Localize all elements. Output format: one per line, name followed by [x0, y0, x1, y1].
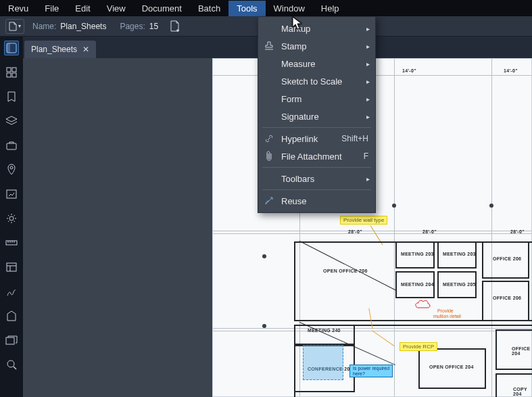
dim-label: 28'-0" [348, 229, 362, 234]
close-icon[interactable]: ✕ [82, 45, 89, 54]
menu-item-label: Form [281, 94, 301, 104]
dim-label: 14'-0" [504, 68, 518, 73]
chevron-right-icon: ▸ [366, 60, 370, 68]
svg-rect-13 [6, 337, 14, 344]
links-icon[interactable] [4, 187, 19, 202]
svg-rect-3 [12, 68, 16, 72]
room-label: MEETING 203 [401, 252, 434, 256]
svg-rect-4 [7, 73, 11, 77]
highlight-area[interactable] [303, 345, 343, 380]
svg-marker-12 [7, 311, 16, 321]
menu-revu[interactable]: Revu [0, 1, 37, 16]
forms-icon[interactable] [4, 308, 19, 323]
layers-icon[interactable] [4, 114, 19, 129]
callout-text: Is power required [353, 366, 389, 371]
places-icon[interactable] [4, 162, 19, 177]
panel-access-icon[interactable] [4, 41, 19, 55]
menu-item-label: Measure [281, 59, 316, 69]
menu-item-sketch[interactable]: Sketch to Scale▸ [258, 72, 375, 90]
room-label: MEETING 240 [308, 328, 341, 333]
doc-name-label: Name: [32, 22, 56, 31]
dim-label: 14'-0" [402, 68, 416, 73]
menu-batch[interactable]: Batch [190, 1, 228, 16]
svg-rect-10 [6, 241, 17, 245]
page-icon [9, 22, 17, 31]
menu-item-label: Sketch to Scale [281, 76, 342, 87]
menu-edit[interactable]: Edit [67, 1, 98, 16]
svg-point-9 [9, 216, 14, 220]
menu-item-measure[interactable]: Measure▸ [258, 55, 375, 72]
chevron-right-icon: ▸ [366, 95, 370, 103]
add-page-icon [170, 20, 180, 32]
dim-label: 28'-0" [510, 229, 525, 234]
callout-text: here? [353, 371, 365, 376]
chevron-right-icon: ▸ [366, 175, 370, 183]
menu-document[interactable]: Document [134, 1, 190, 16]
svg-point-7 [10, 166, 13, 169]
add-page-button[interactable] [168, 19, 183, 34]
svg-rect-11 [7, 263, 16, 271]
chevron-right-icon: ▸ [366, 78, 370, 85]
measurements-icon[interactable] [4, 235, 19, 250]
menu-item-label: Toolbars [281, 174, 314, 184]
menu-bar: Revu File Edit View Document Batch Tools… [0, 0, 532, 16]
menu-window[interactable]: Window [266, 1, 313, 16]
room-label: OFFICE 206 [493, 296, 521, 300]
bookmarks-icon[interactable] [4, 89, 19, 104]
svg-rect-5 [12, 73, 16, 77]
paperclip-icon [264, 151, 274, 162]
stamp-icon [264, 41, 274, 51]
cloud-markup[interactable] [414, 297, 433, 310]
tab-plan-sheets[interactable]: Plan_Sheets ✕ [24, 41, 96, 58]
chevron-right-icon: ▸ [366, 113, 370, 120]
menu-tools[interactable]: Tools [228, 1, 265, 16]
markups-list-icon[interactable] [4, 260, 19, 275]
callout-rcp[interactable]: Provide RCP [400, 342, 437, 351]
menu-item-label: Hyperlink [281, 134, 318, 144]
callout-power[interactable]: Is power required here? [349, 365, 393, 377]
properties-icon[interactable] [4, 211, 19, 226]
left-panel-icons [0, 37, 23, 397]
sets-icon[interactable] [4, 333, 19, 348]
menu-item-label: Reuse [281, 196, 307, 206]
thumbnails-icon[interactable] [4, 65, 19, 80]
callout-mullion[interactable]: mullion detail [431, 313, 464, 319]
link-icon [264, 133, 274, 144]
tools-dropdown: Markup▸ Stamp▸ Measure▸ Sketch to Scale▸… [258, 16, 376, 213]
svg-point-14 [7, 360, 14, 367]
svg-rect-1 [7, 43, 10, 53]
document-dropdown-button[interactable]: ▾ [5, 19, 24, 34]
menu-view[interactable]: View [99, 1, 134, 16]
signatures-panel-icon[interactable] [4, 284, 19, 299]
menu-item-hyperlink[interactable]: Hyperlink Shift+H [258, 130, 375, 147]
menu-item-file-attachment[interactable]: File Attachment F [258, 147, 375, 165]
svg-rect-6 [7, 143, 16, 149]
menu-item-form[interactable]: Form▸ [258, 90, 375, 108]
mouse-cursor [292, 16, 303, 34]
menu-help[interactable]: Help [313, 1, 347, 16]
menu-file[interactable]: File [37, 1, 67, 16]
doc-name-value: Plan_Sheets [60, 22, 106, 31]
menu-item-signature[interactable]: Signature▸ [258, 108, 375, 125]
room-label: COPY 204 [513, 387, 531, 396]
chevron-right-icon: ▸ [366, 43, 370, 50]
menu-item-label: File Attachment [281, 151, 342, 162]
toolchest-icon[interactable] [4, 138, 19, 153]
menu-item-label: Stamp [281, 41, 307, 51]
chevron-right-icon: ▸ [366, 25, 370, 32]
menu-item-markup[interactable]: Markup▸ [258, 20, 375, 37]
search-icon[interactable] [4, 357, 19, 372]
menu-item-reuse[interactable]: Reuse [258, 192, 375, 210]
svg-rect-8 [7, 190, 16, 198]
room-label: OFFICE 206 [493, 256, 521, 261]
callout-wall-type[interactable]: Provide wall type [340, 216, 387, 225]
menu-item-toolbars[interactable]: Toolbars▸ [258, 170, 375, 187]
reuse-icon [264, 195, 274, 206]
room-label: MEETING 205 [443, 282, 476, 287]
menu-separator [262, 127, 371, 128]
menu-item-label: Signature [281, 112, 319, 122]
doc-pages-label: Pages: [120, 22, 145, 31]
menu-shortcut: Shift+H [341, 134, 368, 143]
chevron-down-icon: ▾ [18, 23, 21, 29]
menu-item-stamp[interactable]: Stamp▸ [258, 37, 375, 55]
